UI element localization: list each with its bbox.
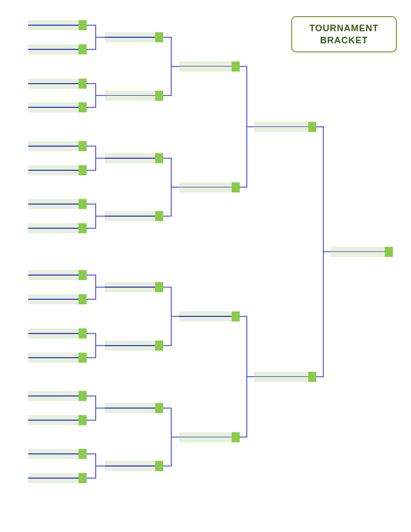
slot-line [105,37,163,38]
bracket-slot-r1-10[interactable] [28,328,87,339]
slot-line [179,316,240,317]
slot-score-box [155,211,163,221]
bracket-slot-r2-7[interactable] [105,461,163,471]
bracket-slot-r2-6[interactable] [105,403,163,413]
slot-score-box [79,415,87,425]
bracket-slot-r4-0[interactable] [254,122,316,132]
slot-score-box [79,473,87,483]
slot-line [28,478,87,479]
slot-line [28,49,87,50]
slot-score-box [79,141,87,151]
slot-score-box [79,223,87,233]
slot-line [28,275,87,276]
slot-score-box [232,61,240,72]
slot-line [105,345,163,346]
bracket-slot-r1-9[interactable] [28,294,87,304]
slot-score-box [79,165,87,175]
bracket-slot-r1-1[interactable] [28,44,87,54]
bracket-slot-r2-5[interactable] [105,341,163,351]
slot-line [28,453,87,454]
slot-score-box [79,20,87,30]
slot-score-box [79,199,87,209]
bracket-slot-r1-11[interactable] [28,353,87,363]
bracket-slot-r1-14[interactable] [28,449,87,459]
slot-line [28,204,87,205]
bracket-slot-r2-3[interactable] [105,211,163,221]
slot-score-box [155,282,163,292]
slot-score-box [232,311,240,321]
slot-line [28,146,87,147]
bracket-slot-r1-2[interactable] [28,79,87,89]
slot-line [28,333,87,334]
slot-line [28,83,87,84]
slot-score-box [79,294,87,304]
slot-score-box [79,102,87,112]
bracket-slot-r3-1[interactable] [179,182,240,192]
bracket-slot-r1-6[interactable] [28,199,87,209]
bracket-slot-r1-5[interactable] [28,165,87,175]
slot-line [28,299,87,300]
slot-line [28,228,87,229]
slot-score-box [79,44,87,54]
slot-score-box [79,391,87,401]
bracket-slot-r2-2[interactable] [105,153,163,163]
slot-score-box [155,461,163,471]
slot-line [105,408,163,409]
slot-score-box [155,341,163,351]
title-line-2: BRACKET [320,34,368,46]
slot-score-box [308,122,316,132]
slot-score-box [79,328,87,339]
slot-line [105,287,163,288]
slot-score-box [232,182,240,192]
slot-line [28,357,87,358]
bracket-slot-r1-3[interactable] [28,102,87,112]
slot-score-box [155,403,163,413]
slot-score-box [79,353,87,363]
bracket-slot-r2-0[interactable] [105,32,163,42]
slot-line [28,25,87,26]
bracket-slot-r1-0[interactable] [28,20,87,30]
slot-score-box [308,372,316,382]
slot-line [330,251,393,252]
slot-line [28,107,87,108]
slot-score-box [79,449,87,459]
bracket-slot-r1-15[interactable] [28,473,87,483]
bracket-slot-r1-7[interactable] [28,223,87,233]
slot-line [28,395,87,396]
slot-score-box [385,247,393,257]
bracket-slot-r5-0[interactable] [330,247,393,257]
slot-line [105,95,163,96]
bracket-slot-r4-1[interactable] [254,372,316,382]
bracket-slot-r2-1[interactable] [105,91,163,101]
slot-score-box [155,91,163,101]
slot-line [254,126,316,127]
bracket-slot-r1-8[interactable] [28,270,87,280]
slot-line [105,466,163,467]
bracket-slot-r1-12[interactable] [28,391,87,401]
bracket-slot-r2-4[interactable] [105,282,163,292]
slot-line [28,420,87,421]
title-box: TOURNAMENT BRACKET [291,16,397,52]
slot-line [105,158,163,159]
slot-score-box [232,432,240,442]
bracket-slot-r3-2[interactable] [179,311,240,321]
bracket-slot-r1-13[interactable] [28,415,87,425]
slot-line [254,376,316,377]
slot-score-box [79,79,87,89]
slot-score-box [155,153,163,163]
title-line-1: TOURNAMENT [309,22,379,34]
slot-line [179,66,240,67]
slot-score-box [155,32,163,42]
slot-score-box [79,270,87,280]
bracket-slot-r3-0[interactable] [179,61,240,72]
bracket-slot-r1-4[interactable] [28,141,87,151]
slot-line [179,187,240,188]
slot-line [28,170,87,171]
slot-line [179,437,240,438]
slot-line [105,216,163,217]
bracket-slot-r3-3[interactable] [179,432,240,442]
